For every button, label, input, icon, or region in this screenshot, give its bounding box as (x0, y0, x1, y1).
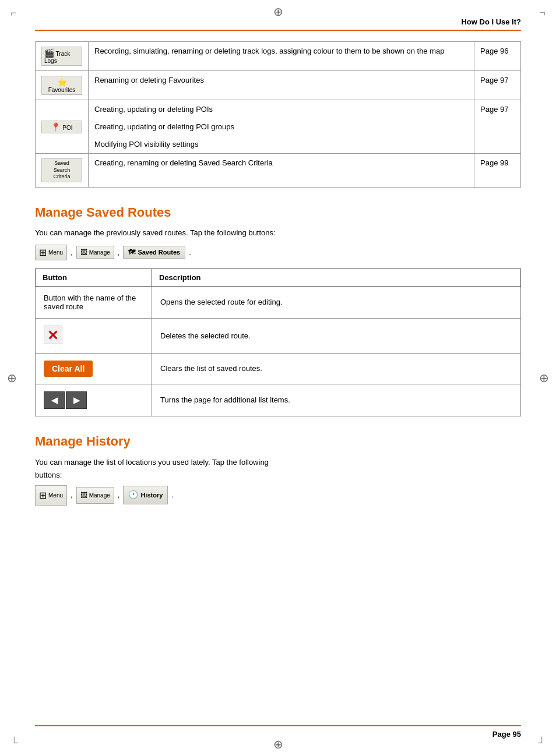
page-container: ⌐ ¬ └ ┘ ⊕ ⊕ ⊕ ⊕ How Do I Use It? 🎬 Track… (0, 0, 556, 756)
saved-routes-label: Saved Routes (138, 249, 180, 256)
manage-saved-routes-heading: Manage Saved Routes (35, 205, 521, 220)
poi-description-1: Creating, updating or deleting POIs (94, 105, 213, 114)
history-buttons-row: ⊞ Menu , 🖼 Manage , 🕐 History . (35, 485, 521, 506)
page-cell-poi: Page 97 (474, 100, 521, 154)
table-row: 🎬 Track Logs Recording, simulating, rena… (36, 42, 521, 71)
poi-description-2: Creating, updating or deleting POI group… (94, 122, 234, 131)
compass-top-icon: ⊕ (273, 5, 283, 19)
table-row: 📍 POI Creating, updating or deleting POI… (36, 100, 521, 154)
history-intro-part1: You can manage the list of locations you… (35, 458, 269, 467)
history-menu-icon: ⊞ Menu (35, 485, 67, 506)
favourites-page: Page 97 (480, 76, 508, 84)
table-row: Button with the name of the saved route … (36, 286, 521, 318)
saved-route-opens-label: Opens the selected route for editing. (160, 298, 283, 306)
manage-history-section: Manage History You can manage the list o… (35, 434, 521, 506)
history-manage-label: Manage (89, 490, 110, 500)
history-button-icon: 🕐 History (123, 486, 168, 504)
clear-all-cell: Clear All (36, 353, 152, 384)
manage-history-intro-block: You can manage the list of locations you… (35, 456, 521, 506)
table-row: Deletes the selected route. (36, 318, 521, 353)
favourites-description: Renaming or deleting Favourites (94, 76, 204, 84)
history-buttons-inline: buttons: (35, 471, 62, 479)
nav-arrows-cell: ◀ ▶ (36, 384, 152, 416)
nav-arrows-description: Turns the page for additional list items… (152, 384, 521, 416)
icon-cell-poi: 📍 POI (36, 100, 89, 154)
manage-saved-routes-section: Manage Saved Routes You can manage the p… (35, 205, 521, 416)
manage-saved-routes-intro: You can manage the previously saved rout… (35, 227, 521, 239)
icon-cell-saved-search: SavedSearch Criteria (36, 154, 89, 188)
saved-search-page: Page 99 (480, 158, 508, 167)
tracklogs-page: Page 96 (480, 47, 508, 55)
page-cell-favourites: Page 97 (474, 71, 521, 100)
poi-description-3: Modifying POI visibility settings (94, 140, 198, 149)
page-cell-tracklogs: Page 96 (474, 42, 521, 71)
description-cell-poi: Creating, updating or deleting POIs Crea… (89, 100, 474, 154)
tracklogs-icon: 🎬 Track Logs (41, 47, 82, 66)
history-manage-icon: 🖼 Manage (76, 487, 114, 503)
period-1: . (189, 248, 191, 257)
table-row: ◀ ▶ Turns the page for additional list i… (36, 384, 521, 416)
delete-icon-cell (36, 318, 152, 353)
history-comma-1: , (71, 489, 73, 501)
delete-route-icon (44, 326, 62, 344)
clear-all-button[interactable]: Clear All (44, 361, 93, 377)
description-cell-tracklogs: Recording, simulating, renaming or delet… (89, 42, 474, 71)
menu-label: Menu (48, 249, 63, 256)
saved-routes-button-row: ⊞ Menu , 🖼 Manage , 🗺 Saved Routes . (35, 245, 521, 260)
description-cell-saved-search: Creating, renaming or deleting Saved Sea… (89, 154, 474, 188)
next-arrow-icon: ▶ (66, 391, 87, 409)
col-button-header: Button (36, 269, 152, 286)
nav-arrows-label: Turns the page for additional list items… (160, 395, 290, 404)
tracklogs-description: Recording, simulating, renaming or delet… (94, 47, 445, 55)
history-menu-label: Menu (48, 490, 63, 500)
compass-bottom-icon: ⊕ (273, 737, 283, 751)
col-description-header: Description (152, 269, 521, 286)
table-row: ⭐ Favourites Renaming or deleting Favour… (36, 71, 521, 100)
page-cell-saved-search: Page 99 (474, 154, 521, 188)
page-number: Page 95 (492, 730, 521, 739)
poi-page: Page 97 (480, 105, 508, 114)
saved-search-icon: SavedSearch Criteria (41, 158, 82, 182)
nav-arrows-control: ◀ ▶ (44, 391, 87, 409)
saved-route-name-cell: Button with the name of the saved route (36, 286, 152, 318)
comma-2: , (118, 248, 120, 257)
page-footer: Page 95 (35, 725, 521, 739)
saved-route-name-description: Opens the selected route for editing. (152, 286, 521, 318)
prev-arrow-icon: ◀ (44, 391, 65, 409)
saved-search-description: Creating, renaming or deleting Saved Sea… (94, 158, 273, 167)
icon-cell-tracklogs: 🎬 Track Logs (36, 42, 89, 71)
table-row: SavedSearch Criteria Creating, renaming … (36, 154, 521, 188)
corner-mark-tl: ⌐ (10, 7, 17, 19)
history-comma-2: , (118, 489, 120, 501)
poi-icon: 📍 POI (41, 121, 82, 133)
manage-history-heading: Manage History (35, 434, 521, 449)
table-row: Clear All Clears the list of saved route… (36, 353, 521, 384)
clear-all-label: Clears the list of saved routes. (160, 364, 262, 373)
corner-mark-bl: └ (10, 737, 18, 749)
saved-routes-button-icon: 🗺 Saved Routes (123, 246, 185, 259)
page-header: How Do I Use It? (35, 17, 521, 31)
manage-label: Manage (89, 249, 110, 256)
compass-right-icon: ⊕ (539, 371, 549, 385)
clear-all-description: Clears the list of saved routes. (152, 353, 521, 384)
delete-route-label: Deletes the selected route. (160, 331, 251, 340)
saved-route-name-label: Button with the name of the saved route (44, 294, 136, 311)
description-cell-favourites: Renaming or deleting Favourites (89, 71, 474, 100)
corner-mark-br: ┘ (538, 737, 546, 749)
button-description-table: Button Description Button with the name … (35, 269, 521, 416)
table-header-row: Button Description (36, 269, 521, 286)
history-label: History (140, 490, 163, 501)
corner-mark-tr: ¬ (539, 7, 546, 19)
compass-left-icon: ⊕ (7, 371, 17, 385)
history-period: . (171, 489, 174, 501)
comma-1: , (71, 248, 73, 257)
header-title: How Do I Use It? (461, 17, 521, 26)
favourites-icon: ⭐ Favourites (41, 76, 82, 95)
reference-table: 🎬 Track Logs Recording, simulating, rena… (35, 41, 521, 188)
manage-button-icon: 🖼 Manage (76, 246, 114, 259)
history-buttons-label: buttons: (35, 471, 62, 479)
icon-cell-favourites: ⭐ Favourites (36, 71, 89, 100)
menu-button-icon: ⊞ Menu (35, 245, 67, 260)
delete-description: Deletes the selected route. (152, 318, 521, 353)
